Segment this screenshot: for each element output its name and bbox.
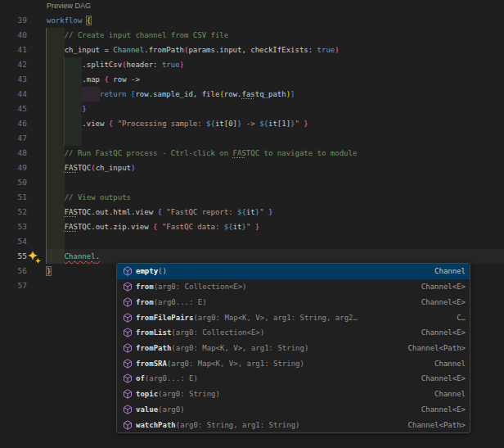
code-line[interactable]: 48 // Run FastQC process - Ctrl-click on… — [0, 146, 504, 161]
code-token: file — [202, 90, 220, 98]
code-token — [47, 105, 82, 113]
code-token: Channel — [65, 252, 96, 260]
line-number: 48 — [0, 146, 27, 161]
suggestion-label: watchPath(arg0: String, arg1: String) — [136, 421, 402, 429]
line-number: 54 — [0, 234, 27, 249]
codelens-preview-dag[interactable]: Preview DAG — [47, 2, 91, 10]
code-token: ) — [180, 61, 184, 69]
code-token: Channel — [113, 46, 144, 54]
code-line[interactable]: 50 — [0, 175, 504, 190]
code-line[interactable]: 43 .map { row -> — [0, 72, 504, 87]
suggestion-item-fromPath[interactable]: fromPath(arg0: Map<K, V>, arg1: String)C… — [117, 341, 470, 356]
code-line[interactable]: 41 ch_input = Channel.fromPath(params.in… — [0, 43, 504, 57]
code-line-content[interactable]: FASTQC.out.html.view { "FastQC report: $… — [47, 205, 272, 219]
code-line[interactable]: 52 FASTQC.out.html.view { "FastQC report… — [0, 205, 504, 219]
code-line-content[interactable]: ch_input = Channel.fromPath(params.input… — [47, 43, 340, 57]
suggestion-item-from[interactable]: from(arg0: Collection<E>)Channel<E> — [117, 279, 470, 295]
suggestion-signature: (arg0: String, arg1: String) — [176, 421, 300, 429]
code-token: "FastQC report: — [166, 208, 237, 216]
suggestion-item-value[interactable]: value(arg0)Channel<E> — [117, 401, 470, 417]
code-line[interactable]: 49 FASTQC(ch_input) — [0, 161, 504, 175]
suggestion-item-empty[interactable]: empty()Channel — [117, 264, 470, 279]
code-token: "FastQC data: — [162, 223, 224, 231]
line-number: 51 — [0, 190, 27, 205]
code-editor: Preview DAG 39workflow {40 // Create inp… — [0, 0, 504, 448]
code-line[interactable]: 53 FASTQC.out.zip.view { "FastQC data: $… — [0, 219, 504, 234]
code-token: .out.html.view — [91, 208, 157, 216]
code-line-content[interactable]: FASTQC(ch_input) — [47, 161, 135, 175]
suggestion-label: fromFilePairs(arg0: Map<K, V>, arg1: Str… — [136, 314, 450, 322]
suggestion-item-watchPath[interactable]: watchPath(arg0: String, arg1: String)Cha… — [117, 417, 470, 432]
suggestion-item-of[interactable]: of(arg0...: E)Channel<E> — [117, 371, 470, 387]
code-line-content[interactable]: // Run FastQC process - Ctrl-click on FA… — [47, 146, 357, 161]
code-token: .out.zip.view — [91, 223, 153, 231]
line-number: 45 — [0, 102, 27, 116]
code-line[interactable]: 55 Channel. — [0, 249, 504, 264]
code-line-content[interactable]: // View outputs — [47, 190, 131, 205]
code-token: TQC — [78, 164, 91, 172]
suggestion-signature: (arg0...: E) — [154, 298, 207, 306]
code-token: row.sample_id — [135, 90, 192, 98]
code-line[interactable]: 44 return [row.sample_id, file(row.fastq… — [0, 87, 504, 102]
suggestion-name: from — [136, 298, 154, 306]
suggestion-return-type: Channel<Path> — [408, 421, 466, 429]
suggestion-return-type: Channel — [434, 360, 466, 368]
code-token: row. — [224, 90, 242, 98]
code-line-content[interactable]: return [row.sample_id, file(row.fastq_pa… — [47, 87, 295, 102]
code-token: . — [96, 252, 100, 260]
symbol-method-icon — [119, 282, 136, 292]
suggestion-item-topic[interactable]: topic(arg0: String)Channel — [117, 387, 470, 402]
code-token: TQC — [78, 208, 91, 216]
suggestion-item-fromFilePairs[interactable]: fromFilePairs(arg0: Map<K, V>, arg1: Str… — [117, 310, 470, 325]
code-line-content[interactable]: // Create input channel from CSV file — [47, 28, 228, 43]
suggestion-return-type: Channel<E> — [421, 374, 466, 382]
code-token — [47, 223, 65, 231]
code-line[interactable]: 51 // View outputs — [0, 190, 504, 205]
line-number: 42 — [0, 57, 27, 72]
line-number: 52 — [0, 205, 27, 219]
code-line-content[interactable]: FASTQC.out.zip.view { "FastQC data: ${it… — [47, 219, 259, 234]
code-token: } — [82, 105, 86, 113]
suggestion-name: watchPath — [136, 421, 176, 429]
code-line-content[interactable]: } — [47, 102, 87, 116]
code-line-content[interactable]: .map { row -> — [47, 72, 140, 87]
code-token: ${ — [224, 223, 233, 231]
code-line[interactable]: 45 } — [0, 102, 504, 116]
suggestion-signature: (arg0: Collection<E>) — [171, 328, 264, 337]
suggestion-signature: (arg0...: E) — [145, 374, 198, 382]
code-token — [47, 90, 100, 98]
code-line-content[interactable]: workflow { — [47, 13, 91, 28]
symbol-method-icon — [119, 373, 136, 383]
suggestion-item-from[interactable]: from(arg0...: E)Channel<E> — [117, 294, 470, 310]
line-number: 41 — [0, 43, 27, 57]
code-line[interactable]: 46 .view { "Processing sample: ${it[0]} … — [0, 116, 504, 131]
suggestion-label: of(arg0...: E) — [136, 374, 415, 382]
suggestion-name: from — [136, 283, 154, 291]
suggestion-name: fromList — [136, 328, 171, 337]
code-token: FAS — [233, 149, 246, 157]
symbol-method-icon — [119, 297, 136, 307]
code-line[interactable]: 47 — [0, 131, 504, 146]
code-line[interactable]: 42 .splitCsv(header: true) — [0, 57, 504, 72]
code-line[interactable]: 54 — [0, 234, 504, 249]
suggestion-item-fromList[interactable]: fromList(arg0: Collection<E>)Channel<E> — [117, 325, 470, 341]
line-number: 47 — [0, 131, 27, 146]
line-number: 39 — [0, 13, 27, 28]
code-token: // Create input channel from CSV file — [65, 31, 228, 39]
suggestion-name: fromSRA — [136, 360, 167, 368]
copilot-sparkle-icon[interactable] — [28, 251, 43, 264]
code-token: TQC — [78, 223, 91, 231]
code-line-content[interactable]: } — [47, 264, 51, 278]
code-line-content[interactable]: Channel. — [47, 249, 100, 264]
symbol-method-icon — [119, 328, 136, 337]
suggestion-item-fromSRA[interactable]: fromSRA(arg0: Map<K, V>, arg1: String)Ch… — [117, 355, 470, 371]
suggestion-signature: (arg0: Collection<E>) — [154, 283, 247, 291]
code-token: it — [233, 223, 242, 231]
code-line[interactable]: 40 // Create input channel from CSV file — [0, 28, 504, 43]
symbol-method-icon — [119, 389, 136, 399]
code-line-content[interactable]: .splitCsv(header: true) — [47, 57, 184, 72]
code-line-content[interactable]: .view { "Processing sample: ${it[0]} -> … — [47, 116, 308, 131]
code-line[interactable]: 39workflow { — [0, 13, 504, 28]
suggestion-return-type: Channel — [434, 267, 466, 275]
code-token: } — [268, 208, 272, 216]
